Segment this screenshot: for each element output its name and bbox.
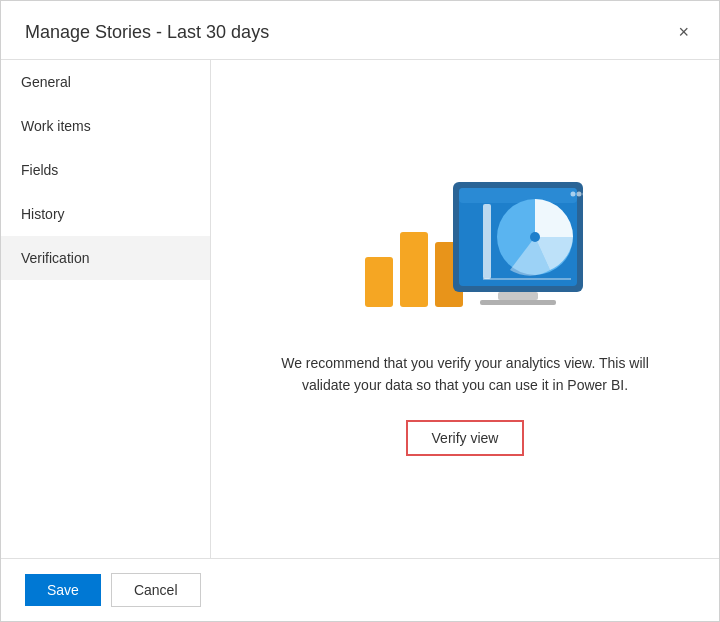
svg-point-12: [583, 191, 588, 196]
sidebar-item-work-items[interactable]: Work items: [1, 104, 210, 148]
svg-rect-1: [400, 232, 428, 307]
dialog-body: General Work items Fields History Verifi…: [1, 60, 719, 558]
svg-rect-10: [498, 292, 538, 300]
svg-rect-5: [459, 188, 577, 203]
close-button[interactable]: ×: [672, 19, 695, 45]
svg-rect-0: [365, 257, 393, 307]
sidebar-item-history[interactable]: History: [1, 192, 210, 236]
cancel-button[interactable]: Cancel: [111, 573, 201, 607]
save-button[interactable]: Save: [25, 574, 101, 606]
sidebar-item-general[interactable]: General: [1, 60, 210, 104]
svg-point-14: [571, 191, 576, 196]
svg-point-7: [530, 232, 540, 242]
main-content: We recommend that you verify your analyt…: [211, 60, 719, 558]
svg-rect-8: [483, 204, 491, 279]
verify-description: We recommend that you verify your analyt…: [275, 352, 655, 397]
sidebar: General Work items Fields History Verifi…: [1, 60, 211, 558]
svg-point-13: [577, 191, 582, 196]
verify-view-button[interactable]: Verify view: [406, 420, 525, 456]
analytics-illustration: [335, 162, 595, 322]
dialog-header: Manage Stories - Last 30 days ×: [1, 1, 719, 60]
dialog-footer: Save Cancel: [1, 558, 719, 621]
sidebar-item-verification[interactable]: Verification: [1, 236, 210, 280]
manage-stories-dialog: Manage Stories - Last 30 days × General …: [0, 0, 720, 622]
sidebar-item-fields[interactable]: Fields: [1, 148, 210, 192]
dialog-title: Manage Stories - Last 30 days: [25, 22, 269, 43]
svg-rect-11: [480, 300, 556, 305]
